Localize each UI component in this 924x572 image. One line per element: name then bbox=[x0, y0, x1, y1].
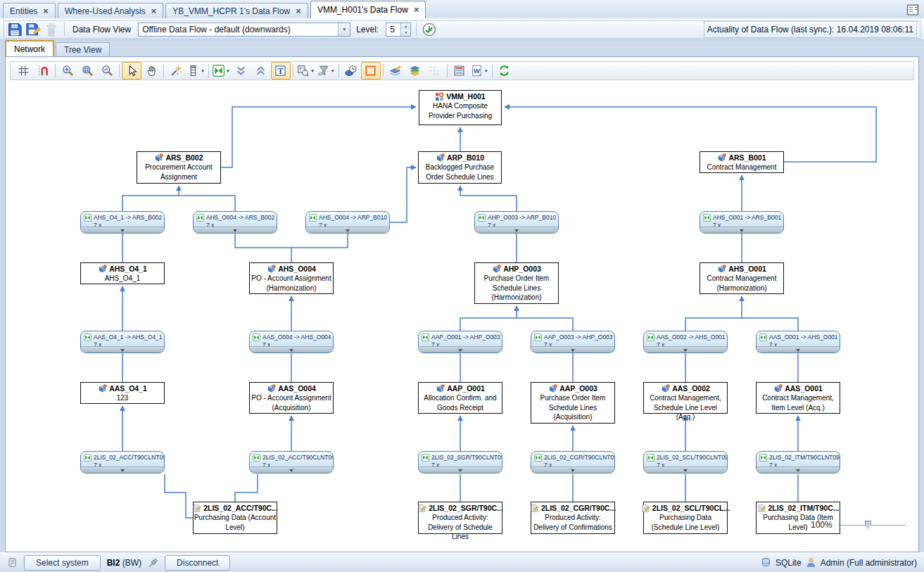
window-list-icon[interactable] bbox=[906, 4, 920, 16]
transformation-node-tr-aas-o001-ahs-o001[interactable]: AAS_O001 -> AHS_O0017.x bbox=[756, 331, 840, 353]
entity-node-aas-o002[interactable]: AAS_O002Contract Management, Schedule Li… bbox=[643, 382, 728, 414]
entity-node-ahs-o004[interactable]: AHS_O004PO - Account Assignment (Harmoni… bbox=[249, 262, 334, 294]
zoom-in-button[interactable] bbox=[58, 62, 77, 80]
chevron-down-icon[interactable]: ▼ bbox=[310, 69, 315, 73]
collapse-all-button[interactable] bbox=[232, 62, 251, 80]
chevron-down-icon[interactable]: ▼ bbox=[338, 23, 350, 36]
entity-node-ahs-o001[interactable]: AHS_O001Contract Management (Harmonizati… bbox=[700, 262, 784, 294]
entity-node-ars-b002[interactable]: ARS_B002Procurement Account Assignment bbox=[137, 151, 221, 184]
save-as-icon[interactable] bbox=[25, 23, 41, 37]
transformation-node-tr-aas-o002-ahs-o001[interactable]: AAS_O002 -> AHS_O0017.x bbox=[643, 331, 728, 353]
transformation-expand-handle[interactable] bbox=[81, 346, 164, 352]
close-icon[interactable]: × bbox=[296, 8, 301, 15]
layers-button[interactable] bbox=[405, 62, 425, 80]
transformation-expand-handle[interactable] bbox=[419, 346, 502, 352]
entity-node-ds-2lis-02-sgr[interactable]: 2LIS_02_SGR/T90C...Produced Activity: De… bbox=[418, 502, 502, 534]
entity-node-aap-o003[interactable]: AAP_O003Purchase Order Item Schedule Lin… bbox=[531, 382, 615, 424]
transformation-expand-handle[interactable] bbox=[644, 346, 727, 352]
transformation-expand-handle[interactable] bbox=[81, 227, 164, 233]
transformation-expand-handle[interactable] bbox=[306, 227, 389, 233]
auto-layout-button[interactable] bbox=[166, 62, 186, 80]
transformation-node-tr-ahs-o004-ars-b002[interactable]: AHS_O004 -> ARS_B0027.x bbox=[193, 211, 277, 234]
pan-hand-button[interactable] bbox=[141, 62, 161, 80]
transformation-node-tr-2lis-02-cgr[interactable]: 2LIS_02_CGR/T90CLNT090 ->...7.x bbox=[531, 451, 615, 474]
entity-node-ds-2lis-02-scl[interactable]: 2LIS_02_SCL/T90CL...Purchasing Data (Sch… bbox=[643, 502, 728, 534]
chevron-down-icon[interactable]: ▼ bbox=[201, 69, 205, 73]
transformation-node-tr-2lis-02-itm[interactable]: 2LIS_02_ITM/T90CLNT090 ->...7.x bbox=[756, 451, 840, 474]
clock-check-icon[interactable] bbox=[422, 23, 437, 37]
entity-node-arp-b010[interactable]: ARP_B010Backlogged Purchase Order Schedu… bbox=[418, 151, 502, 184]
spinner-up-icon[interactable]: ▲ bbox=[401, 23, 410, 30]
entity-node-ahs-o4-1[interactable]: AHS_O4_1AHS_O4_1 bbox=[80, 262, 165, 284]
document-tab-vmm-h001-s-data-flow[interactable]: VMM_H001's Data Flow× bbox=[310, 1, 426, 18]
transformation-node-tr-ahs-o004-arp-b010[interactable]: AHS_O004 -> ARP_B0107.x bbox=[305, 211, 390, 234]
tab-network[interactable]: Network bbox=[5, 40, 54, 56]
sync-time-button[interactable] bbox=[341, 62, 361, 80]
entity-node-aas-o4-1[interactable]: AAS_O4_1123 bbox=[80, 382, 165, 404]
transformation-node-tr-aas-o4-1-ahs-o4-1[interactable]: AAS_O4_1 -> AHS_O4_17.x bbox=[80, 331, 165, 353]
close-icon[interactable]: × bbox=[43, 8, 49, 15]
transformation-expand-handle[interactable] bbox=[475, 227, 558, 233]
transformation-expand-handle[interactable] bbox=[531, 466, 614, 473]
transformation-node-tr-aap-o001-ahp-o003[interactable]: AAP_O001 -> AHP_O0037.x bbox=[418, 331, 502, 353]
transformation-expand-handle[interactable] bbox=[644, 466, 727, 473]
close-icon[interactable]: × bbox=[414, 6, 419, 13]
document-tab-entities[interactable]: Entities× bbox=[3, 3, 56, 18]
select-cursor-button[interactable] bbox=[122, 62, 141, 80]
snap-button[interactable] bbox=[33, 62, 53, 80]
chevron-down-icon[interactable]: ▼ bbox=[484, 69, 488, 73]
document-tab-yb-vmm-hcpr-1-s-data-flow[interactable]: YB_VMM_HCPR 1's Data Flow× bbox=[165, 3, 308, 18]
transformation-node-tr-2lis-02-scl[interactable]: 2LIS_02_SCL/T90CLNT090 ->...7.x bbox=[643, 451, 728, 474]
transformation-node-tr-2lis-02-acc-1[interactable]: 2LIS_02_ACC/T90CLNT090 ->...7.x bbox=[80, 451, 165, 474]
close-icon[interactable]: × bbox=[151, 8, 157, 15]
transformation-node-tr-ahp-o003-arp-b010[interactable]: AHP_O003 -> ARP_B0107.x bbox=[474, 211, 559, 234]
legend-button[interactable] bbox=[450, 62, 469, 80]
filter-button[interactable]: ▼ bbox=[316, 62, 336, 80]
chevron-down-icon[interactable]: ▼ bbox=[331, 69, 335, 73]
swimlane-button[interactable]: ▼ bbox=[186, 62, 206, 80]
zoom-out-button[interactable] bbox=[97, 62, 117, 80]
document-tab-where-used-analysis[interactable]: Where-Used Analysis× bbox=[58, 3, 163, 18]
transformation-expand-handle[interactable] bbox=[757, 466, 840, 473]
tab-tree-view[interactable]: Tree View bbox=[56, 42, 110, 56]
grid-button[interactable] bbox=[13, 62, 33, 80]
transformation-expand-handle[interactable] bbox=[419, 466, 502, 473]
level-spinner[interactable]: 5 ▲ ▼ bbox=[386, 23, 411, 37]
entity-node-aas-o004[interactable]: AAS_O004PO - Account Assignment (Acquisi… bbox=[249, 382, 334, 414]
transformation-expand-handle[interactable] bbox=[250, 346, 333, 352]
transformation-expand-handle[interactable] bbox=[81, 466, 164, 473]
transformation-expand-handle[interactable] bbox=[250, 466, 333, 473]
entity-node-aas-o001[interactable]: AAS_O001Contract Management, Item Level … bbox=[756, 382, 840, 414]
edit-layers-button[interactable] bbox=[386, 62, 405, 80]
transformation-expand-handle[interactable] bbox=[700, 227, 783, 233]
transformation-node-tr-2lis-02-sgr[interactable]: 2LIS_02_SGR/T90CLNT090 ->...7.x bbox=[418, 451, 502, 474]
transformation-node-tr-aap-o003-ahp-o003[interactable]: AAP_O003 -> AHP_O0037.x bbox=[531, 331, 615, 353]
save-icon[interactable] bbox=[7, 23, 23, 37]
transformation-expand-handle[interactable] bbox=[194, 227, 277, 233]
spinner-down-icon[interactable]: ▼ bbox=[401, 30, 410, 36]
word-export-button[interactable]: W▼ bbox=[469, 62, 490, 80]
entity-node-ds-2lis-02-cgr[interactable]: 2LIS_02_CGR/T90C...Produced Activity: De… bbox=[531, 502, 615, 534]
transformation-node-tr-2lis-02-acc-2[interactable]: 2LIS_02_ACC/T90CLNT090 ->...7.x bbox=[249, 451, 334, 474]
transformation-expand-handle[interactable] bbox=[757, 346, 840, 352]
expand-all-button[interactable] bbox=[251, 62, 271, 80]
zoom-slider-thumb[interactable] bbox=[865, 521, 871, 529]
entity-node-vmm-h001[interactable]: PVMM_H001HANA Composite Provider Purchas… bbox=[419, 90, 502, 125]
select-system-button[interactable]: Select system bbox=[24, 555, 101, 571]
text-display-button[interactable]: T bbox=[271, 62, 291, 80]
frame-button[interactable] bbox=[361, 62, 381, 80]
refresh-button[interactable] bbox=[495, 62, 514, 80]
entity-node-ars-b001[interactable]: ARS_B001Contract Management bbox=[700, 151, 784, 173]
transformation-node-tr-ahs-o4-1-ars-b002[interactable]: AHS_O4_1 -> ARS_B0027.x bbox=[80, 211, 165, 234]
zoom-page-button[interactable] bbox=[77, 62, 97, 80]
disconnect-button[interactable]: Disconnect bbox=[165, 555, 230, 571]
entity-node-ds-2lis-02-acc[interactable]: 2LIS_02_ACC/T90C...Purchasing Data (Acco… bbox=[193, 502, 277, 534]
transformation-node-tr-aas-o004-ahs-o004[interactable]: AAS_O004 -> AHS_O0047.x bbox=[249, 331, 334, 353]
data-flow-select[interactable]: Offline Data Flow - default (downwards) … bbox=[138, 23, 350, 37]
entity-node-ahp-o003[interactable]: AHP_O003Purchase Order Item Schedule Lin… bbox=[474, 262, 559, 304]
transformation-filter-button[interactable]: ▼ bbox=[211, 62, 232, 80]
transformation-expand-handle[interactable] bbox=[531, 346, 614, 352]
zoom-slider[interactable] bbox=[838, 520, 906, 530]
zoom-select-button[interactable]: ▼ bbox=[296, 62, 316, 80]
entity-node-aap-o001[interactable]: AAP_O001Allocation Confirm. and Goods Re… bbox=[418, 382, 502, 414]
